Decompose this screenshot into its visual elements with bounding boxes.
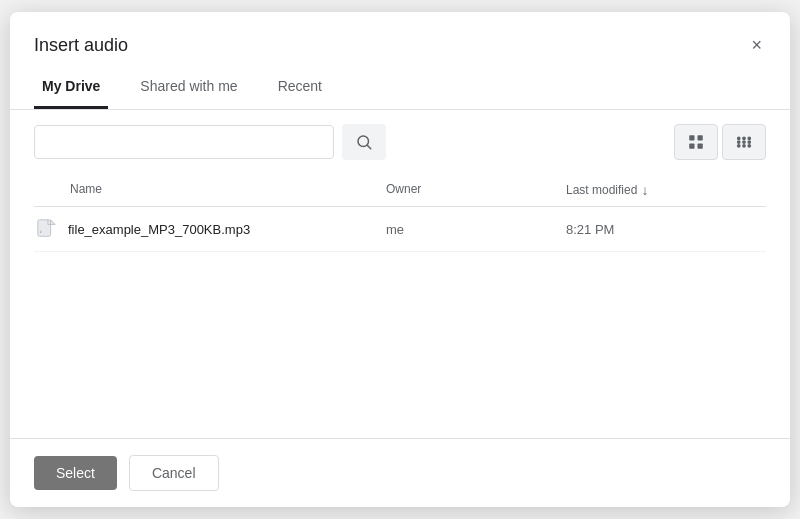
file-name-cell: ♪ file_example_MP3_700KB.mp3 [34, 217, 386, 241]
svg-point-0 [358, 136, 369, 147]
svg-point-10 [743, 137, 745, 139]
svg-rect-3 [698, 135, 703, 140]
svg-point-13 [743, 145, 745, 147]
search-bar [10, 110, 790, 174]
col-name-header: Name [34, 182, 386, 198]
audio-file-icon: ♪ [34, 217, 58, 241]
search-icon [355, 133, 373, 151]
svg-rect-2 [689, 135, 694, 140]
svg-point-7 [743, 141, 745, 143]
file-table: Name Owner Last modified ↓ ♪ file_exampl… [10, 174, 790, 438]
file-name: file_example_MP3_700KB.mp3 [68, 222, 250, 237]
svg-text:♪: ♪ [40, 229, 42, 234]
svg-point-14 [748, 145, 750, 147]
select-button[interactable]: Select [34, 456, 117, 490]
view-buttons [674, 124, 766, 160]
tab-my-drive[interactable]: My Drive [34, 66, 108, 109]
svg-rect-5 [698, 144, 703, 149]
svg-marker-16 [51, 220, 56, 225]
close-button[interactable]: × [747, 32, 766, 58]
svg-point-6 [738, 141, 740, 143]
tab-bar: My Drive Shared with me Recent [10, 66, 790, 110]
grid-icon [687, 133, 705, 151]
col-owner-header: Owner [386, 182, 566, 198]
dialog-footer: Select Cancel [10, 438, 790, 507]
sort-arrow-icon: ↓ [641, 182, 648, 198]
sort-view-button[interactable] [722, 124, 766, 160]
svg-point-12 [738, 145, 740, 147]
dialog-header: Insert audio × [10, 12, 790, 58]
search-input[interactable] [34, 125, 334, 159]
search-button[interactable] [342, 124, 386, 160]
tab-recent[interactable]: Recent [270, 66, 330, 109]
col-last-modified-header: Last modified ↓ [566, 182, 766, 198]
table-row[interactable]: ♪ file_example_MP3_700KB.mp3 me 8:21 PM [34, 207, 766, 252]
file-owner: me [386, 222, 566, 237]
insert-audio-dialog: Insert audio × My Drive Shared with me R… [10, 12, 790, 507]
svg-point-9 [738, 137, 740, 139]
svg-line-1 [367, 145, 370, 148]
svg-rect-4 [689, 144, 694, 149]
svg-point-11 [748, 137, 750, 139]
dialog-title: Insert audio [34, 35, 128, 56]
cancel-button[interactable]: Cancel [129, 455, 219, 491]
grid-view-button[interactable] [674, 124, 718, 160]
file-last-modified: 8:21 PM [566, 222, 766, 237]
tab-shared-with-me[interactable]: Shared with me [132, 66, 245, 109]
table-header: Name Owner Last modified ↓ [34, 174, 766, 207]
sort-icon [735, 133, 753, 151]
svg-point-8 [748, 141, 750, 143]
